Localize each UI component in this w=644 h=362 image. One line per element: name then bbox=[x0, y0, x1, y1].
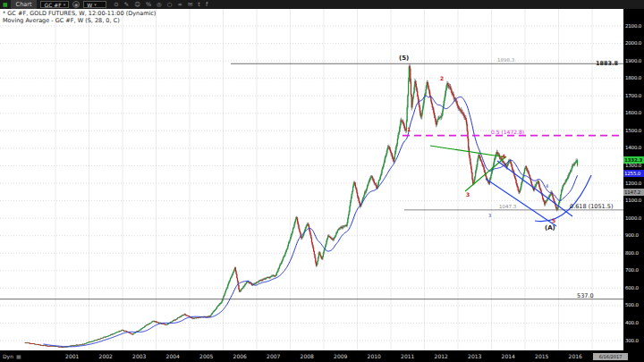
level-lines bbox=[0, 63, 623, 299]
svg-text:1047.3: 1047.3 bbox=[499, 204, 517, 209]
chart-title: * GC #F, GOLD FUTURES, W, 12:00-11:00 (D… bbox=[3, 10, 156, 17]
year-label: 2010 bbox=[364, 353, 384, 359]
price-tick: 700.0 bbox=[625, 267, 639, 273]
year-label: 2014 bbox=[498, 353, 518, 359]
ma-price-label: 1255.0 bbox=[623, 170, 644, 177]
price-tick: 900.0 bbox=[625, 232, 639, 238]
svg-text:1883.8: 1883.8 bbox=[596, 60, 619, 67]
price-tick: 1900.0 bbox=[625, 58, 641, 63]
year-label: 2012 bbox=[431, 353, 451, 359]
svg-text:0.5 (1472.8): 0.5 (1472.8) bbox=[491, 129, 524, 135]
price-tick: 1100.0 bbox=[625, 198, 641, 203]
price-tick: 2100.0 bbox=[625, 23, 641, 29]
price-tick: 300.0 bbox=[625, 338, 639, 343]
price-axis[interactable]: 1332.3 1255.0 1147.2 2100.02000.01900.01… bbox=[623, 9, 644, 362]
calendar-icon[interactable]: ▦ bbox=[16, 353, 21, 359]
time-axis[interactable]: Dyn ▦ 2001200220032004200520062007200820… bbox=[0, 350, 644, 362]
link-icon[interactable]: ∞ bbox=[177, 0, 182, 9]
twitter-icon[interactable]: t bbox=[198, 0, 200, 9]
year-label: 2009 bbox=[331, 353, 351, 359]
price-tick: 500.0 bbox=[625, 302, 639, 307]
price-tick: 800.0 bbox=[625, 250, 639, 256]
year-label: 2011 bbox=[398, 353, 418, 359]
price-tick: 600.0 bbox=[625, 285, 639, 290]
chart-canvas[interactable]: (5)21345(A)341898.31883.80.5 (1472.8)104… bbox=[0, 9, 623, 350]
price-tick: 1600.0 bbox=[625, 110, 641, 115]
toolbar: ▮▮ Chart GC #F ▾ ◉ W ▾ ⊙✎☺%◎○∞✉tf bbox=[0, 0, 644, 9]
year-label: 2006 bbox=[230, 353, 250, 359]
circle-icon[interactable]: ○ bbox=[167, 0, 173, 9]
svg-text:1898.3: 1898.3 bbox=[497, 57, 515, 63]
year-label: 2004 bbox=[163, 353, 182, 359]
magnifier-icon[interactable]: ◉ bbox=[72, 1, 80, 8]
svg-text:537.0: 537.0 bbox=[577, 292, 594, 299]
toolbar-icons: ⊙✎☺%◎○∞✉tf bbox=[114, 0, 208, 9]
last-date-label: 6/16/2017 bbox=[593, 353, 628, 360]
price-tick: 1000.0 bbox=[625, 215, 641, 221]
svg-text:(A): (A) bbox=[545, 224, 555, 232]
year-label: 2013 bbox=[465, 353, 485, 359]
svg-text:1: 1 bbox=[407, 126, 411, 132]
chart-header: * GC #F, GOLD FUTURES, W, 12:00-11:00 (D… bbox=[3, 10, 156, 24]
dyn-label: Dyn bbox=[3, 353, 13, 359]
svg-text:0.618 (1051.5): 0.618 (1051.5) bbox=[570, 203, 614, 210]
price-tick: 1300.0 bbox=[625, 163, 641, 168]
app-window: ▮▮ Chart GC #F ▾ ◉ W ▾ ⊙✎☺%◎○∞✉tf (5)213… bbox=[0, 0, 644, 362]
tab-chart[interactable]: Chart bbox=[11, 0, 38, 9]
price-tick: 400.0 bbox=[625, 320, 639, 325]
price-tick: 1800.0 bbox=[625, 75, 641, 80]
chevron-down-icon: ▾ bbox=[64, 2, 66, 8]
svg-text:5: 5 bbox=[552, 217, 555, 223]
emoticon-icon[interactable]: ☺ bbox=[134, 0, 140, 9]
target-icon[interactable]: ◎ bbox=[157, 0, 162, 9]
pencil-icon[interactable]: ✎ bbox=[124, 0, 129, 9]
price-tick: 1700.0 bbox=[625, 93, 641, 98]
chart-bars-icon: ▮▮ bbox=[3, 0, 7, 9]
year-label: 2016 bbox=[565, 353, 585, 359]
price-tick: 2000.0 bbox=[625, 40, 641, 46]
svg-text:4: 4 bbox=[502, 153, 505, 159]
message-icon[interactable]: ✉ bbox=[188, 0, 192, 9]
year-label: 2015 bbox=[532, 353, 552, 359]
svg-text:3: 3 bbox=[466, 191, 470, 198]
year-label: 2005 bbox=[197, 353, 216, 359]
svg-text:4: 4 bbox=[546, 183, 548, 189]
interval-value: W bbox=[87, 2, 92, 8]
year-label: 2008 bbox=[297, 353, 317, 359]
year-label: 2003 bbox=[130, 353, 149, 359]
svg-text:(5): (5) bbox=[399, 55, 409, 62]
svg-text:3: 3 bbox=[488, 213, 491, 218]
year-label: 2002 bbox=[96, 353, 115, 359]
symbol-select[interactable]: GC #F ▾ bbox=[40, 1, 69, 8]
chevron-down-icon: ▾ bbox=[94, 2, 97, 8]
year-label: 2007 bbox=[264, 353, 284, 359]
percent-icon[interactable]: % bbox=[146, 0, 151, 9]
trendlines bbox=[430, 146, 591, 226]
price-tick: 1400.0 bbox=[625, 145, 641, 150]
candlesticks bbox=[25, 63, 577, 348]
clock-icon[interactable]: ⊙ bbox=[114, 0, 118, 9]
interval-select[interactable]: W ▾ bbox=[83, 1, 106, 8]
level-price-label: 1147.2 bbox=[623, 189, 644, 196]
symbol-value: GC #F bbox=[44, 2, 61, 8]
price-chart[interactable]: (5)21345(A)341898.31883.80.5 (1472.8)104… bbox=[0, 9, 623, 350]
svg-text:2: 2 bbox=[440, 75, 444, 81]
year-label: 2001 bbox=[63, 353, 82, 359]
indicator-label: Moving Average - GC #F, W (S, 28, 0, C) bbox=[3, 17, 156, 24]
facebook-icon[interactable]: f bbox=[206, 0, 208, 9]
price-tick: 1200.0 bbox=[625, 181, 641, 186]
wave-and-level-labels: (5)21345(A)341898.31883.80.5 (1472.8)104… bbox=[399, 55, 619, 299]
price-tick: 1500.0 bbox=[625, 128, 641, 133]
